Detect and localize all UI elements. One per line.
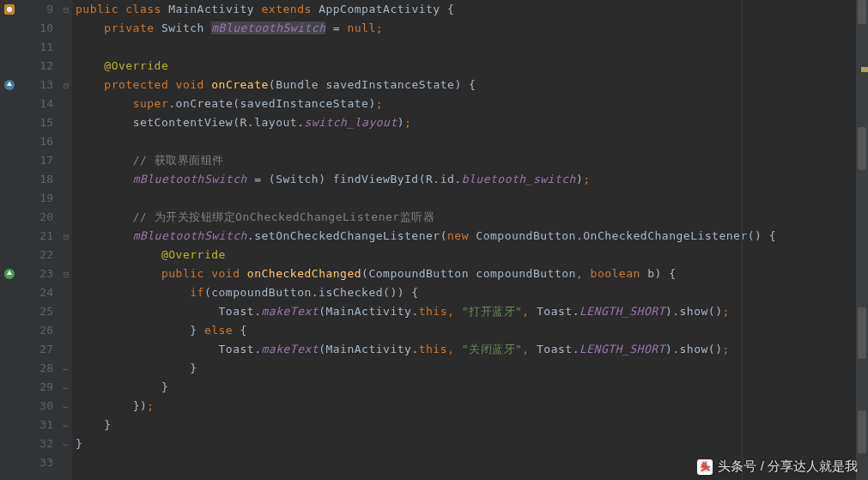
line-number: 13 [19, 76, 53, 94]
override-up-icon[interactable] [0, 76, 19, 94]
line-number: 29 [19, 378, 53, 397]
line-number: 23 [19, 264, 53, 283]
class-icon[interactable] [0, 0, 19, 19]
highlighted-identifier: mBluetoothSwitch [211, 21, 325, 34]
watermark: 头 头条号 / 分享达人就是我 [697, 459, 858, 475]
implement-up-icon[interactable] [0, 264, 19, 283]
code-text-area[interactable]: public class MainActivity extends AppCom… [72, 0, 868, 480]
fold-close[interactable]: ⌙ [60, 359, 72, 378]
warning-stripe[interactable] [861, 67, 868, 72]
line-number: 10 [19, 19, 53, 38]
line-number: 28 [19, 359, 53, 378]
right-margin-line [742, 0, 743, 480]
scroll-thumb[interactable] [858, 307, 866, 359]
fold-column: ⊟ ⊟ ⊟ ⊟ ⌙ ⌙ ⌙ ⌙ ⌙ [60, 0, 72, 480]
line-number: 33 [19, 453, 53, 472]
line-number: 21 [19, 227, 53, 246]
line-number: 15 [19, 113, 53, 132]
fold-close[interactable]: ⌙ [60, 416, 72, 434]
line-number: 20 [19, 208, 53, 227]
line-number: 9 [19, 0, 53, 19]
line-number: 26 [19, 321, 53, 340]
scroll-thumb[interactable] [858, 127, 866, 170]
fold-toggle[interactable]: ⊟ [60, 227, 72, 246]
fold-close[interactable]: ⌙ [60, 378, 72, 397]
line-number: 24 [19, 283, 53, 302]
fold-toggle[interactable]: ⊟ [60, 76, 72, 94]
line-number: 19 [19, 189, 53, 208]
line-number: 31 [19, 416, 53, 434]
watermark-text: 头条号 / 分享达人就是我 [718, 459, 858, 475]
scroll-thumb[interactable] [858, 0, 866, 24]
line-number: 22 [19, 246, 53, 264]
fold-close[interactable]: ⌙ [60, 434, 72, 453]
line-number: 25 [19, 302, 53, 321]
fold-toggle[interactable]: ⊟ [60, 264, 72, 283]
line-number-gutter: 9 10 11 12 13 14 15 16 17 18 19 20 21 22… [19, 0, 60, 480]
svg-point-1 [7, 7, 12, 12]
line-number: 17 [19, 151, 53, 170]
line-number: 27 [19, 340, 53, 359]
code-editor: 9 10 11 12 13 14 15 16 17 18 19 20 21 22… [0, 0, 868, 480]
line-number: 14 [19, 94, 53, 113]
line-number: 16 [19, 132, 53, 151]
line-number: 11 [19, 38, 53, 57]
line-number: 30 [19, 397, 53, 416]
gutter-icon-column [0, 0, 19, 480]
line-number: 12 [19, 57, 53, 76]
scrollbar[interactable] [856, 0, 868, 480]
fold-toggle[interactable]: ⊟ [60, 0, 72, 19]
line-number: 18 [19, 170, 53, 189]
scroll-thumb[interactable] [858, 410, 866, 453]
toutiao-logo-icon: 头 [697, 459, 713, 475]
fold-close[interactable]: ⌙ [60, 397, 72, 416]
line-number: 32 [19, 434, 53, 453]
